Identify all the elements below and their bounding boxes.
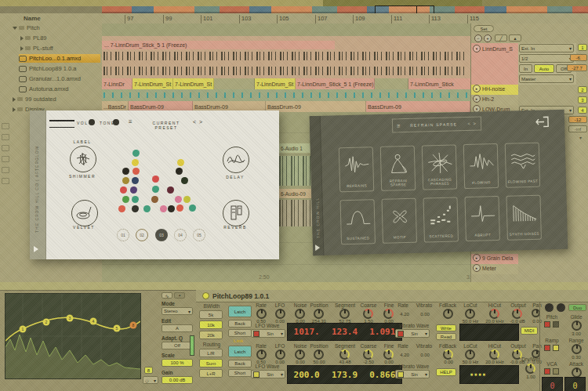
routing-sum-button[interactable]: Sum — [199, 359, 223, 367]
lfo-knob-2[interactable] — [275, 349, 285, 360]
ramp-yellow-button[interactable] — [553, 345, 559, 351]
browser-item-pl89[interactable]: PL89 — [19, 34, 100, 42]
global-knob-b[interactable] — [557, 303, 565, 312]
read-button[interactable]: Read — [436, 333, 456, 340]
vca-dim-button[interactable] — [553, 368, 559, 375]
preset-header[interactable]: ≡ REFRAIN SPARSE < > — [392, 117, 481, 133]
drywet-knob[interactable] — [525, 364, 535, 374]
clip-empty[interactable] — [375, 78, 408, 89]
track-play-icon[interactable]: ▸ — [473, 254, 481, 262]
preset-tile-scattered[interactable]: SCATTERED — [423, 197, 459, 242]
menu-icon[interactable]: ≡ — [397, 123, 400, 129]
rate-knob[interactable] — [256, 309, 267, 319]
clip[interactable]: 7-LinnDrum_St — [132, 78, 173, 89]
linndrum-audio-band[interactable]: ... 7-LinnDrum_Stick_5 1 (Freeze) — [102, 36, 470, 78]
paint-dot[interactable] — [168, 205, 175, 212]
glide-value[interactable]: 3.00 — [567, 331, 586, 336]
browser-item-autotuna[interactable]: Autotuna.amxd — [19, 85, 100, 93]
preset-slot-05[interactable]: 05 — [193, 229, 205, 241]
link-label[interactable]: Link — [234, 339, 243, 343]
midi-clip-row[interactable] — [102, 89, 470, 101]
crossfade-a-icon[interactable]: ╱ — [495, 34, 507, 42]
clip[interactable]: 7-LinnDrum_St — [255, 78, 296, 89]
output-knob[interactable] — [512, 309, 522, 319]
pitch-mod-dark-button[interactable] — [553, 321, 559, 328]
lfo-wave-select-2[interactable]: Sin▾ — [251, 370, 285, 378]
back-button-2[interactable]: Back — [228, 360, 252, 367]
midi-button[interactable]: MIDI — [521, 327, 538, 335]
chevron-right-icon[interactable] — [13, 107, 16, 112]
preset-slot-03[interactable]: 03 — [155, 229, 168, 241]
track-header-meter[interactable]: ▸Meter — [471, 264, 518, 274]
set-button[interactable]: Set — [474, 25, 494, 32]
preset-tile-refrains[interactable]: REFRAINS — [339, 147, 374, 192]
track-header-hh2[interactable]: ▸Hh-2 — [471, 95, 518, 105]
segment-knob[interactable] — [339, 309, 350, 319]
paint-dot[interactable] — [143, 205, 151, 212]
beat-ruler[interactable]: 97 99 101 103 105 107 109 111 113 115 — [102, 13, 588, 24]
input-channel-select[interactable]: 1/2▾ — [519, 54, 574, 63]
paint-dot[interactable] — [181, 177, 188, 184]
paint-dot[interactable] — [152, 186, 159, 193]
noise-knob[interactable] — [295, 309, 305, 319]
paint-dot[interactable] — [189, 205, 196, 212]
routing-lr-button[interactable]: L/R — [199, 349, 223, 357]
segment-knob-2[interactable] — [339, 349, 350, 360]
paint-dot[interactable] — [132, 168, 140, 175]
eq-band-select[interactable]: ◇▾ — [143, 376, 158, 384]
range-knob[interactable] — [572, 344, 582, 354]
eq-mode-select[interactable]: Stereo▾ — [162, 307, 193, 315]
locut-knob[interactable] — [465, 309, 475, 319]
paint-dot[interactable] — [130, 186, 137, 194]
arrangement-overview[interactable] — [102, 6, 588, 13]
noise-knob-2[interactable] — [295, 349, 305, 360]
paint-dot[interactable] — [118, 205, 125, 212]
segment-value-2[interactable]: 43.48 — [331, 360, 359, 364]
paint-dot[interactable] — [183, 196, 191, 203]
latch-button-2[interactable]: Latch — [228, 346, 252, 357]
position-knob[interactable] — [314, 309, 324, 319]
preset-slot-01[interactable]: 01 — [117, 229, 129, 241]
bwidth-5k-button[interactable]: 5k — [199, 310, 223, 319]
eq-scale-value[interactable]: 100 % — [162, 359, 193, 367]
paint-dot[interactable] — [122, 177, 129, 184]
window-fold-icon[interactable] — [315, 244, 320, 251]
fine-knob-2[interactable] — [383, 349, 394, 360]
locut-value-2[interactable]: 50.0 Hz — [458, 360, 483, 364]
volume-value[interactable]: -12 — [568, 116, 587, 123]
bwidth-20k-button[interactable]: 20k — [199, 331, 223, 339]
vibrato-value[interactable]: 0.00 — [416, 312, 434, 317]
vibrato-wave-select-2[interactable]: Sin▾ — [395, 370, 430, 378]
eq-display[interactable]: 1 2 3 4 5 8 — [5, 293, 141, 379]
lfo-wave-select[interactable]: Sin▾ — [251, 329, 285, 338]
eq-adaptq-button[interactable]: Off — [162, 342, 193, 349]
paint-dot[interactable] — [132, 196, 139, 203]
glide-knob[interactable] — [572, 320, 582, 331]
browser-item-pitch[interactable]: Pitch — [11, 24, 100, 32]
track-header-linndrum[interactable]: ▾LinnDrum_S — [471, 43, 518, 85]
chevron-down-icon[interactable] — [13, 27, 17, 30]
preset-prev-next-arrows[interactable]: < > — [467, 121, 477, 126]
eq-edit-mode-icon[interactable]: ▪ — [174, 292, 185, 299]
fdback-knob[interactable] — [443, 309, 453, 319]
exit-icon[interactable] — [535, 115, 550, 128]
input-routing-select[interactable]: Ext. In▾ — [519, 44, 574, 52]
track-play-icon[interactable]: ▸ — [473, 95, 481, 103]
paint-dot[interactable] — [132, 177, 139, 184]
preset-tile-cascading-phrases[interactable]: CASCADING PHRASES — [422, 144, 457, 190]
paint-dot[interactable] — [151, 196, 158, 203]
clip[interactable]: 7-LinnDrum_St — [173, 78, 214, 89]
clip[interactable]: 7-LinnDrum_Stick — [408, 78, 478, 89]
track-play-icon[interactable]: ▸ — [473, 85, 481, 92]
preset-tile-flowing[interactable]: FLOWING — [463, 143, 499, 189]
paint-dot[interactable] — [177, 159, 184, 166]
vca-red-button[interactable] — [544, 368, 550, 375]
vibrato-wave-select[interactable]: Sin▾ — [395, 329, 430, 338]
crossfade-b-icon[interactable]: ▴ — [509, 34, 521, 42]
range-value[interactable]: 0.30 — [567, 355, 586, 360]
position-value-2[interactable]: 50.00 — [306, 360, 332, 364]
eq-edit-button[interactable]: A — [162, 324, 193, 332]
paint-dot[interactable] — [120, 186, 127, 194]
paint-dot[interactable] — [176, 205, 183, 212]
preset-tile-motif[interactable]: MOTIF — [382, 198, 417, 244]
